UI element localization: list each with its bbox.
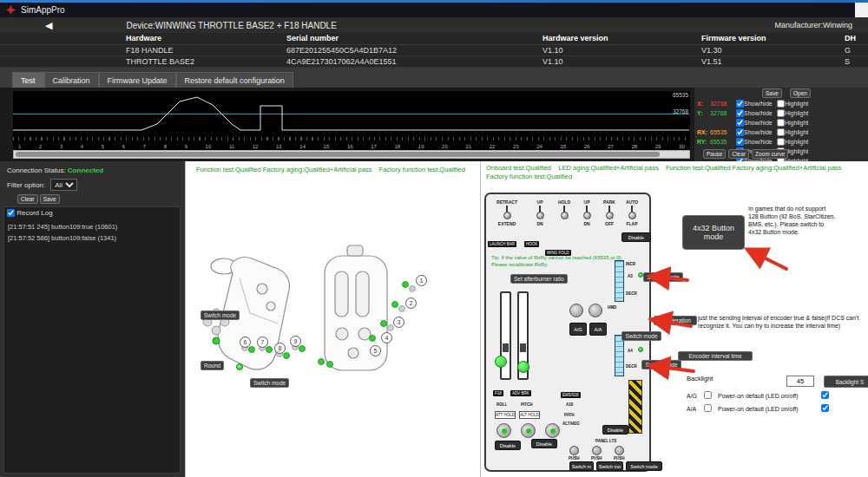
horizontal-scrollbar[interactable] xyxy=(13,150,690,159)
disable-button[interactable]: Disable xyxy=(531,439,557,448)
axis-name: RY: xyxy=(697,139,710,145)
anti-skid-handle[interactable] xyxy=(628,380,642,434)
toggle-switch[interactable]: RETRACTEXTEND xyxy=(491,199,523,226)
highlight-checkbox[interactable] xyxy=(777,119,785,127)
push-knob[interactable] xyxy=(569,446,579,455)
highlight-checkbox[interactable] xyxy=(777,128,785,136)
switch-mode-button[interactable]: Switch mode xyxy=(250,378,289,388)
table-header-row: Hardware Serial number Hardware version … xyxy=(0,33,868,45)
4x32-button-mode-button[interactable]: 4x32 Button mode xyxy=(682,215,745,250)
green-button[interactable] xyxy=(495,356,507,368)
record-log-checkbox[interactable] xyxy=(7,209,15,217)
show-hide-checkbox[interactable] xyxy=(736,128,744,136)
volume-knob[interactable] xyxy=(589,304,602,317)
ag-button[interactable]: A/G xyxy=(569,323,587,336)
switch-mode-button[interactable]: Switch mode xyxy=(641,360,681,369)
table-cell: V1.51 xyxy=(701,57,722,66)
round-mode-button[interactable]: Round xyxy=(201,361,224,370)
acceleration-button[interactable]: Acceleration xyxy=(654,316,697,325)
highlight-checkbox[interactable] xyxy=(777,109,785,117)
ruler-tick: 19 xyxy=(418,144,424,149)
switch-mode-button[interactable]: Switch mode xyxy=(626,461,662,471)
filter-select[interactable]: All xyxy=(50,179,77,191)
tab-test[interactable]: Test xyxy=(12,72,44,88)
backlight-value-input[interactable] xyxy=(786,376,814,387)
ag-power-on-checkbox[interactable] xyxy=(821,391,829,399)
show-hide-checkbox[interactable] xyxy=(736,109,744,117)
ruler-tick: 12 xyxy=(253,144,259,149)
log-save-button[interactable]: Save xyxy=(40,194,60,204)
roll-trim-knob[interactable] xyxy=(496,423,511,438)
table-row[interactable]: THROTTLE BASE24CA9E2173017062A4A0E1551V1… xyxy=(0,56,868,68)
log-area[interactable]: [21:57:51 245] button109:true (10601)[21… xyxy=(3,206,181,474)
table-cell: S xyxy=(845,57,850,66)
disable-button[interactable]: Disable xyxy=(621,232,651,242)
tab-firmware-update[interactable]: Firmware Update xyxy=(99,72,176,88)
column-header: Firmware version xyxy=(701,34,766,42)
switch-knob xyxy=(583,212,591,219)
y-max-label: 65535 xyxy=(673,92,688,98)
push-knob[interactable] xyxy=(615,446,624,455)
pitch-trim-knob[interactable] xyxy=(521,423,536,438)
encoder-a4[interactable] xyxy=(615,335,624,376)
switch-mode-button[interactable]: Switch mode xyxy=(201,310,240,320)
axis-row: RX:65535Show/hideHighlight xyxy=(694,127,868,137)
backlight-settings-button[interactable]: Backlight S xyxy=(824,376,868,388)
encoder-interval-button[interactable]: Encoder interval time xyxy=(678,351,753,361)
switch-mode-button[interactable]: Switch mo xyxy=(596,461,623,471)
table-cell: F18 HANDLE xyxy=(126,46,174,55)
disable-button[interactable]: Disable xyxy=(602,425,628,435)
table-row[interactable]: F18 HANDLE687E201255450C5A4D1B7A12V1.10V… xyxy=(0,45,868,56)
push-knob[interactable] xyxy=(592,446,602,455)
highlight-checkbox[interactable] xyxy=(777,100,785,108)
curve-open-button[interactable]: Open xyxy=(790,88,811,98)
toggle-switch[interactable]: AUTOFLAP xyxy=(616,199,648,226)
encoder-a3[interactable] xyxy=(615,260,624,302)
clear-curve-button[interactable]: Clear xyxy=(728,149,749,159)
backlight-title: Backlight xyxy=(687,375,713,383)
ruler-tick: 16 xyxy=(347,144,353,149)
axis-row: Show/hideHighlight xyxy=(694,118,868,127)
back-button[interactable]: ◀ xyxy=(45,20,52,31)
show-hide-checkbox[interactable] xyxy=(736,138,744,146)
grip-marker-4: 4 xyxy=(381,332,392,343)
alt-hold-button[interactable]: ALT HOLD xyxy=(519,411,540,419)
aa-power-on-checkbox[interactable] xyxy=(821,404,829,412)
panel-lts-label: PANEL LTS xyxy=(595,439,616,443)
y-mid-label: 32768 xyxy=(673,108,688,114)
pause-button[interactable]: Pause xyxy=(703,149,726,159)
button-mode-note: In games that do not support 128 Button … xyxy=(748,205,837,236)
axis-thumb[interactable] xyxy=(520,343,526,352)
switch-mode-button[interactable]: Switch mode xyxy=(621,331,661,341)
axis-thumb[interactable] xyxy=(503,343,509,352)
axis-row: Y:32768Show/hideHighlight xyxy=(694,108,868,118)
ruler-tick: 27 xyxy=(608,144,614,149)
curve-save-button[interactable]: Save xyxy=(762,88,782,98)
table-cell: V1.30 xyxy=(701,46,722,55)
scrollbar-thumb[interactable] xyxy=(16,152,660,157)
green-button[interactable] xyxy=(517,361,529,373)
switch-mode-button[interactable]: Switch mode xyxy=(643,272,683,282)
aa-backlight-checkbox[interactable] xyxy=(704,404,712,412)
hmd-knob[interactable] xyxy=(569,304,583,317)
ruler-tick: 11 xyxy=(229,144,234,149)
switch-mode-button[interactable]: Switch m xyxy=(569,461,594,471)
signal-plot: 65535 32768 xyxy=(13,91,690,137)
roll-label: ROLL xyxy=(496,402,507,407)
disable-button[interactable]: Disable xyxy=(495,441,521,450)
show-hide-checkbox[interactable] xyxy=(736,100,744,108)
highlight-checkbox[interactable] xyxy=(777,138,785,146)
show-hide-checkbox[interactable] xyxy=(736,119,744,127)
att-hold-button[interactable]: ATT HOLD xyxy=(495,411,516,419)
filter-label: Filter option: xyxy=(7,181,45,189)
trim-knob[interactable] xyxy=(545,423,560,438)
ag-backlight-checkbox[interactable] xyxy=(704,391,712,399)
zoom-curve-button[interactable]: Zoom curve xyxy=(752,149,788,159)
log-clear-button[interactable]: Clear xyxy=(17,194,38,204)
aa-button[interactable]: A/A xyxy=(589,323,607,336)
round-status-led xyxy=(236,363,243,370)
tab-restore-default-configuration[interactable]: Restore default configuration xyxy=(176,72,293,88)
grip-marker-5: 5 xyxy=(370,345,381,356)
tab-calibration[interactable]: Calibration xyxy=(44,72,99,88)
set-afterburner-button[interactable]: Set afterburner ratio xyxy=(510,274,568,284)
